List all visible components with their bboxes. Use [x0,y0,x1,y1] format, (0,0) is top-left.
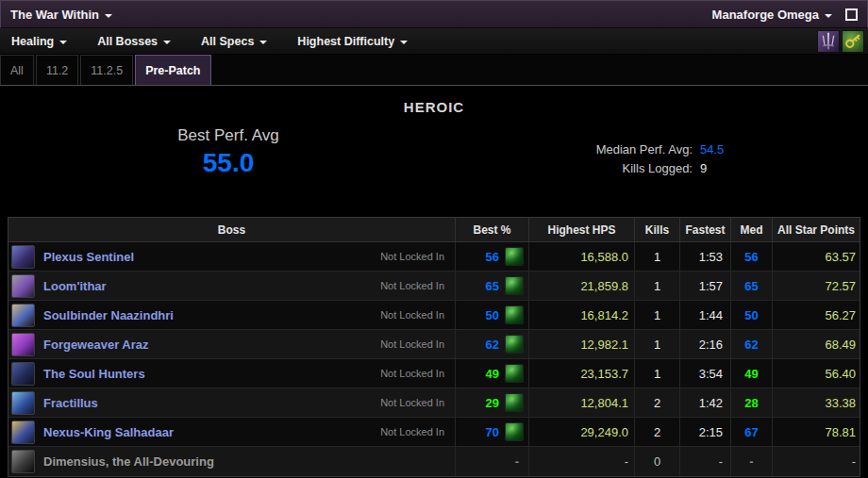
table-row[interactable]: Plexus Sentinel Not Locked In 56 16,588.… [8,242,860,272]
boss-name-link[interactable]: Plexus Sentinel [43,250,134,264]
kills-value: 2 [635,418,680,446]
boss-cell: Plexus Sentinel Not Locked In [8,242,456,271]
median-percent-value: 67 [731,418,773,446]
filter-dropdown-highest-difficulty[interactable]: Highest Difficulty [297,35,408,48]
summary-stats: Median Perf. Avg: 54.5 Kills Logged: 9 [525,142,724,175]
highest-hps-value: 12,804.1 [529,388,635,417]
expansion-dropdown[interactable]: The War Within [10,8,112,22]
fastest-time-value: 1:42 [680,388,731,417]
not-locked-label: Not Locked In [380,397,444,408]
median-percent-value: 65 [731,272,773,300]
kills-value: 1 [635,272,680,300]
boss-icon [11,450,35,473]
best-percent-value: 70 [486,425,499,439]
kills-logged-value: 9 [700,161,724,175]
boss-name-link[interactable]: Nexus-King Salhadaar [43,425,174,439]
table-row[interactable]: Nexus-King Salhadaar Not Locked In 70 29… [8,418,860,447]
swords-icon[interactable] [817,30,840,53]
mistweaver-spec-icon[interactable] [505,422,524,441]
column-header-kills[interactable]: Kills [635,218,680,241]
column-header-best-[interactable]: Best % [456,218,529,241]
filter-dropdown-healing[interactable]: Healing [11,35,67,48]
best-percent-value: 49 [486,367,499,381]
best-perf-value: 55.0 [142,148,315,178]
chevron-down-icon [825,14,832,18]
mistweaver-spec-icon[interactable] [505,276,524,295]
median-percent-value: 50 [731,301,773,329]
not-locked-label: Not Locked In [380,338,444,350]
filter-dropdown-all-specs[interactable]: All Specs [201,35,267,48]
patch-tab-all[interactable]: All [0,55,34,85]
table-header-row: BossBest %Highest HPSKillsFastestMedAll … [8,218,860,242]
highest-hps-value: 12,982.1 [529,330,635,358]
table-row[interactable]: The Soul Hunters Not Locked In 49 23,153… [8,359,860,388]
boss-cell: Forgeweaver Araz Not Locked In [8,330,456,358]
table-row[interactable]: Loom'ithar Not Locked In 65 21,859.8 1 1… [8,272,860,301]
boss-name-link[interactable]: Loom'ithar [43,279,107,293]
column-header-highest-hps[interactable]: Highest HPS [529,218,635,241]
all-star-points-value: 68.49 [773,330,860,358]
column-header-boss[interactable]: Boss [8,218,456,241]
patch-tab-11-2-5[interactable]: 11.2.5 [80,55,133,85]
kills-value: 1 [635,330,680,358]
median-perf-value: 54.5 [700,142,724,157]
column-header-med[interactable]: Med [731,218,773,241]
all-star-points-value: 78.81 [773,418,860,446]
highest-hps-value: 23,153.7 [529,359,635,387]
boss-name-link[interactable]: Dimensius, the All-Devouring [43,454,214,469]
maximize-icon[interactable] [845,8,858,21]
filter-label: Healing [11,35,54,48]
fastest-time-value: 1:57 [680,272,731,300]
title-bar: The War Within Manaforge Omega [0,0,868,28]
column-header-all-star-points[interactable]: All Star Points [773,218,860,241]
boss-name-link[interactable]: The Soul Hunters [43,367,145,381]
boss-name-link[interactable]: Forgeweaver Araz [43,338,149,352]
best-percent-cell: 29 [456,388,529,417]
table-row[interactable]: Forgeweaver Araz Not Locked In 62 12,982… [8,330,860,359]
kills-value: 0 [635,447,680,476]
patch-tab-pre-patch[interactable]: Pre-Patch [135,55,210,85]
mistweaver-spec-icon[interactable] [505,393,524,412]
all-star-points-value: 33.38 [773,388,860,417]
boss-name-link[interactable]: Fractillus [43,396,98,410]
column-header-fastest[interactable]: Fastest [680,218,731,241]
all-star-points-value: 56.27 [773,301,860,329]
highest-hps-value: 16,588.0 [529,242,635,271]
fastest-time-value: 1:53 [680,242,731,271]
chevron-down-icon [59,41,67,44]
best-percent-value: 65 [486,279,499,293]
table-row[interactable]: Dimensius, the All-Devouring - - 0 - - - [8,447,860,476]
boss-name-link[interactable]: Soulbinder Naazindhri [43,308,174,322]
best-perf-label: Best Perf. Avg [142,126,315,145]
boss-cell: Fractillus Not Locked In [8,388,456,417]
best-percent-cell: - [456,447,529,476]
boss-icon [11,420,35,444]
mistweaver-spec-icon[interactable] [505,364,524,383]
highest-hps-value: 21,859.8 [529,272,635,300]
median-percent-value: - [731,447,773,476]
kills-value: 1 [635,242,680,271]
all-star-points-value: - [773,447,860,476]
median-percent-value: 28 [731,388,773,417]
fastest-time-value: 1:44 [680,301,731,329]
mistweaver-spec-icon[interactable] [505,335,524,354]
best-percent-value: 56 [486,250,499,264]
boss-cell: Loom'ithar Not Locked In [8,272,456,300]
kills-value: 2 [635,388,680,417]
boss-rankings-table: BossBest %Highest HPSKillsFastestMedAll … [8,217,860,477]
not-locked-label: Not Locked In [380,368,444,379]
patch-tab-11-2[interactable]: 11.2 [36,55,78,85]
fastest-time-value: 2:15 [680,418,731,446]
mistweaver-spec-icon[interactable] [505,247,524,266]
best-percent-cell: 56 [456,242,529,271]
filter-dropdown-all-bosses[interactable]: All Bosses [97,35,171,48]
key-icon[interactable] [842,30,864,53]
table-row[interactable]: Soulbinder Naazindhri Not Locked In 50 1… [8,301,860,330]
median-percent-value: 49 [731,359,773,387]
filter-label: All Bosses [97,35,158,48]
zone-dropdown[interactable]: Manaforge Omega [712,8,832,22]
all-star-points-value: 63.57 [773,242,860,271]
filter-label: Highest Difficulty [297,35,394,48]
table-row[interactable]: Fractillus Not Locked In 29 12,804.1 2 1… [8,388,860,418]
mistweaver-spec-icon[interactable] [505,305,524,324]
